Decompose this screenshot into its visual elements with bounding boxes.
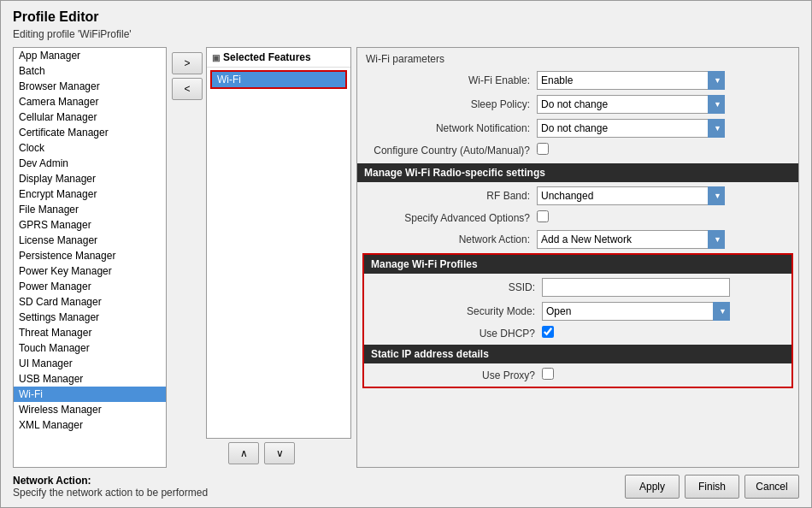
- configure-country-row: Configure Country (Auto/Manual)?: [362, 140, 793, 160]
- feature-list-item[interactable]: License Manager: [14, 233, 166, 248]
- add-feature-button[interactable]: >: [172, 52, 203, 74]
- move-up-button[interactable]: ∧: [228, 442, 259, 464]
- configure-country-label: Configure Country (Auto/Manual)?: [362, 140, 533, 160]
- security-mode-dropdown-wrap: Open WPA WPA2 WEP: [542, 302, 730, 321]
- feature-list-item[interactable]: USB Manager: [14, 371, 166, 387]
- wifi-enable-dropdown-wrap: Enable Disable Do not change: [537, 71, 725, 90]
- middle-panel: > < ▣ Selected Features Wi-Fi ∧ ∨: [172, 47, 351, 468]
- security-mode-row: Security Mode: Open WPA WPA2 WEP: [368, 299, 788, 323]
- right-panel: Wi-Fi parameters Wi-Fi Enable: Enable Di…: [356, 47, 799, 468]
- advanced-options-row: Specify Advanced Options?: [362, 208, 793, 227]
- advanced-options-checkbox[interactable]: [537, 210, 549, 222]
- network-action-label: Network Action:: [362, 227, 533, 251]
- feature-list-item[interactable]: Encrypt Manager: [14, 186, 166, 202]
- main-content: App ManagerBatchBrowser ManagerCamera Ma…: [13, 47, 799, 468]
- move-down-button[interactable]: ∨: [264, 442, 295, 464]
- feature-list-item[interactable]: Browser Manager: [14, 79, 166, 94]
- use-dhcp-label: Use DHCP?: [368, 323, 538, 343]
- static-ip-table: Use Proxy?: [364, 363, 791, 387]
- network-action-row: Network Action: Add a New Network Remove…: [362, 227, 793, 251]
- configure-country-checkbox[interactable]: [537, 143, 549, 155]
- apply-button[interactable]: Apply: [625, 475, 680, 499]
- network-notification-row: Network Notification: Do not change Enab…: [362, 116, 793, 140]
- feature-list-item[interactable]: Batch: [14, 63, 166, 79]
- window-title: Profile Editor: [13, 9, 799, 25]
- wifi-enable-row: Wi-Fi Enable: Enable Disable Do not chan…: [362, 68, 793, 92]
- feature-list-item[interactable]: Power Key Manager: [14, 263, 166, 279]
- feature-list-item[interactable]: Persistence Manager: [14, 248, 166, 263]
- ssid-label: SSID:: [368, 275, 538, 299]
- feature-list-item[interactable]: File Manager: [14, 202, 166, 217]
- feature-list-item[interactable]: UI Manager: [14, 356, 166, 371]
- feature-list-item[interactable]: Certificate Manager: [14, 125, 166, 140]
- network-action-value: Add a New Network Remove Network Do not …: [533, 227, 793, 251]
- use-dhcp-value: [538, 323, 788, 343]
- selected-features-title: Selected Features: [223, 51, 311, 63]
- feature-list-item[interactable]: Wireless Manager: [14, 402, 166, 417]
- sleep-policy-select[interactable]: Do not change Never Sleep Sleep when scr…: [537, 95, 725, 114]
- feature-list-item[interactable]: Power Manager: [14, 279, 166, 294]
- sleep-policy-value: Do not change Never Sleep Sleep when scr…: [533, 92, 793, 116]
- wifi-enable-select[interactable]: Enable Disable Do not change: [537, 71, 725, 90]
- manage-profiles-header: Manage Wi-Fi Profiles: [364, 255, 791, 274]
- selected-features-box: ▣ Selected Features Wi-Fi: [206, 47, 351, 439]
- feature-list-item[interactable]: App Manager: [14, 48, 166, 63]
- configure-country-value: [533, 140, 793, 160]
- feature-list-item[interactable]: Dev Admin: [14, 156, 166, 171]
- security-mode-value: Open WPA WPA2 WEP: [538, 299, 788, 323]
- use-proxy-checkbox[interactable]: [542, 368, 554, 380]
- rf-band-label: RF Band:: [362, 184, 533, 208]
- selected-features-header: ▣ Selected Features: [207, 48, 350, 68]
- feature-list-item[interactable]: Settings Manager: [14, 310, 166, 325]
- feature-list-panel: App ManagerBatchBrowser ManagerCamera Ma…: [13, 47, 167, 468]
- feature-list-item[interactable]: XML Manager: [14, 417, 166, 433]
- rf-band-select[interactable]: Unchanged 2.4GHz 5GHz Auto: [537, 186, 725, 205]
- use-dhcp-checkbox[interactable]: [542, 326, 554, 338]
- advanced-options-value: [533, 208, 793, 227]
- network-notification-dropdown-wrap: Do not change Enable Disable: [537, 119, 725, 138]
- network-action-info: Network Action: Specify the network acti…: [13, 475, 625, 499]
- wifi-enable-value: Enable Disable Do not change: [533, 68, 793, 92]
- network-notification-label: Network Notification:: [362, 116, 533, 140]
- rf-band-dropdown-wrap: Unchanged 2.4GHz 5GHz Auto: [537, 186, 725, 205]
- feature-list-item[interactable]: Camera Manager: [14, 94, 166, 109]
- ssid-input[interactable]: [542, 278, 730, 297]
- sleep-policy-row: Sleep Policy: Do not change Never Sleep …: [362, 92, 793, 116]
- feature-list-item[interactable]: GPRS Manager: [14, 217, 166, 233]
- network-action-select[interactable]: Add a New Network Remove Network Do not …: [537, 230, 725, 249]
- use-proxy-value: [538, 365, 788, 385]
- wifi-params-title: Wi-Fi parameters: [357, 48, 798, 68]
- radio-section-header: Manage Wi-Fi Radio-specific settings: [357, 163, 798, 182]
- feature-list-item[interactable]: Threat Manager: [14, 325, 166, 340]
- advanced-options-label: Specify Advanced Options?: [362, 208, 533, 227]
- feature-list-item[interactable]: Wi-Fi: [14, 387, 166, 402]
- manage-profiles-section: Manage Wi-Fi Profiles SSID: Security Mod: [362, 253, 793, 388]
- feature-list-item[interactable]: SD Card Manager: [14, 294, 166, 310]
- window-subtitle: Editing profile 'WiFiProfile': [13, 28, 799, 40]
- use-proxy-label: Use Proxy?: [368, 365, 538, 385]
- ssid-row: SSID:: [368, 275, 788, 299]
- rf-band-value: Unchanged 2.4GHz 5GHz Auto: [533, 184, 793, 208]
- feature-list-item[interactable]: Touch Manager: [14, 340, 166, 356]
- cancel-button[interactable]: Cancel: [744, 475, 799, 499]
- use-dhcp-row: Use DHCP?: [368, 323, 788, 343]
- nav-buttons: ∧ ∨: [172, 439, 351, 468]
- sleep-policy-dropdown-wrap: Do not change Never Sleep Sleep when scr…: [537, 95, 725, 114]
- wifi-enable-label: Wi-Fi Enable:: [362, 68, 533, 92]
- selected-feature-item[interactable]: Wi-Fi: [210, 70, 347, 89]
- radio-params-table: RF Band: Unchanged 2.4GHz 5GHz Auto: [357, 184, 798, 251]
- network-action-dropdown-wrap: Add a New Network Remove Network Do not …: [537, 230, 725, 249]
- remove-feature-button[interactable]: <: [172, 78, 203, 100]
- security-mode-select[interactable]: Open WPA WPA2 WEP: [542, 302, 730, 321]
- feature-list-item[interactable]: Display Manager: [14, 171, 166, 186]
- network-notification-select[interactable]: Do not change Enable Disable: [537, 119, 725, 138]
- sleep-policy-label: Sleep Policy:: [362, 92, 533, 116]
- action-buttons: Apply Finish Cancel: [625, 475, 799, 499]
- finish-button[interactable]: Finish: [685, 475, 739, 499]
- bottom-bar: Network Action: Specify the network acti…: [13, 468, 799, 499]
- feature-list-item[interactable]: Cellular Manager: [14, 109, 166, 125]
- security-mode-label: Security Mode:: [368, 299, 538, 323]
- network-action-desc: Specify the network action to be perform…: [13, 487, 625, 499]
- feature-list-item[interactable]: Clock: [14, 140, 166, 156]
- ssid-value: [538, 275, 788, 299]
